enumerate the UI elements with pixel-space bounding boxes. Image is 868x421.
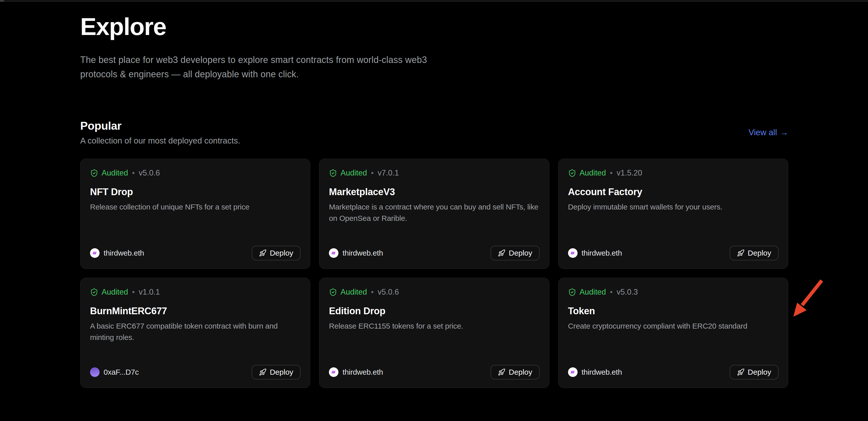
rocket-icon xyxy=(259,368,267,376)
contract-card-edition-drop[interactable]: Audited • v5.0.6 Edition Drop Release ER… xyxy=(319,278,549,388)
badge-row: Audited • v1.5.20 xyxy=(568,168,778,177)
section-title: Popular xyxy=(80,119,240,133)
deploy-button[interactable]: Deploy xyxy=(491,365,539,380)
version-label: v7.0.1 xyxy=(378,168,399,177)
deploy-button[interactable]: Deploy xyxy=(730,246,778,260)
contract-description: Release collection of unique NFTs for a … xyxy=(90,201,301,213)
audited-badge: Audited xyxy=(101,287,128,297)
publisher-avatar xyxy=(90,367,100,377)
deploy-label: Deploy xyxy=(509,249,532,257)
contract-title: Edition Drop xyxy=(329,306,539,316)
shield-check-icon xyxy=(568,288,576,297)
shield-check-icon xyxy=(90,288,98,297)
publisher-name: thirdweb.eth xyxy=(342,249,383,257)
version-label: v5.0.3 xyxy=(617,287,638,297)
explore-page: Explore The best place for web3 develope… xyxy=(0,0,868,388)
publisher-name: thirdweb.eth xyxy=(342,368,383,376)
publisher-avatar xyxy=(568,367,578,377)
section-subtitle: A collection of our most deployed contra… xyxy=(80,136,240,145)
rocket-icon xyxy=(737,249,745,257)
contract-title: BurnMintERC677 xyxy=(90,306,301,316)
top-edge-strip xyxy=(0,0,868,2)
view-all-label: View all xyxy=(749,128,777,137)
thirdweb-logo-icon xyxy=(331,369,336,375)
popular-section-header: Popular A collection of our most deploye… xyxy=(80,119,788,145)
contract-card-marketplacev3[interactable]: Audited • v7.0.1 MarketplaceV3 Marketpla… xyxy=(319,159,549,269)
page-title: Explore xyxy=(80,12,788,41)
thirdweb-logo-icon xyxy=(570,250,576,256)
publisher-name: 0xaF...D7c xyxy=(103,368,139,376)
shield-check-icon xyxy=(329,288,337,297)
deploy-label: Deploy xyxy=(748,249,771,257)
dot-separator: • xyxy=(132,288,135,297)
shield-check-icon xyxy=(90,169,98,177)
badge-row: Audited • v5.0.3 xyxy=(568,287,778,297)
rocket-icon xyxy=(498,368,505,376)
deploy-label: Deploy xyxy=(270,249,293,257)
contract-description: A basic ERC677 compatible token contract… xyxy=(90,320,301,343)
deploy-button[interactable]: Deploy xyxy=(730,365,778,380)
badge-row: Audited • v5.0.6 xyxy=(329,287,539,297)
thirdweb-logo-icon xyxy=(570,369,576,375)
view-all-link[interactable]: View all → xyxy=(749,128,788,137)
top-edge-corner xyxy=(0,0,4,2)
audited-badge: Audited xyxy=(340,168,367,177)
publisher-link[interactable]: thirdweb.eth xyxy=(90,248,144,258)
contract-card-nft-drop[interactable]: Audited • v5.0.6 NFT Drop Release collec… xyxy=(80,159,310,269)
publisher-avatar xyxy=(329,248,338,258)
popular-section-titles: Popular A collection of our most deploye… xyxy=(80,119,240,145)
contract-card-burnminterc677[interactable]: Audited • v1.0.1 BurnMintERC677 A basic … xyxy=(80,278,310,388)
version-label: v1.0.1 xyxy=(139,287,160,297)
version-label: v5.0.6 xyxy=(378,287,399,297)
dot-separator: • xyxy=(610,169,613,177)
card-footer: thirdweb.eth Deploy xyxy=(329,246,539,260)
contract-card-token[interactable]: Audited • v5.0.3 Token Create cryptocurr… xyxy=(558,278,788,388)
dot-separator: • xyxy=(371,288,374,297)
rocket-icon xyxy=(737,368,745,376)
publisher-name: thirdweb.eth xyxy=(582,249,622,257)
card-footer: thirdweb.eth Deploy xyxy=(90,246,301,260)
audited-badge: Audited xyxy=(580,287,606,297)
badge-row: Audited • v5.0.6 xyxy=(90,168,301,177)
publisher-link[interactable]: 0xaF...D7c xyxy=(90,367,139,377)
deploy-button[interactable]: Deploy xyxy=(252,246,301,260)
audited-badge: Audited xyxy=(580,168,606,177)
deploy-button[interactable]: Deploy xyxy=(491,246,539,260)
dot-separator: • xyxy=(610,288,613,297)
dot-separator: • xyxy=(371,169,374,177)
publisher-name: thirdweb.eth xyxy=(103,249,144,257)
version-label: v1.5.20 xyxy=(617,168,642,177)
contract-description: Marketplace is a contract where you can … xyxy=(329,201,539,224)
publisher-link[interactable]: thirdweb.eth xyxy=(568,367,622,377)
thirdweb-logo-icon xyxy=(92,250,98,256)
shield-check-icon xyxy=(568,169,576,177)
card-footer: thirdweb.eth Deploy xyxy=(329,365,539,380)
publisher-link[interactable]: thirdweb.eth xyxy=(329,367,383,377)
publisher-avatar xyxy=(90,248,100,258)
card-footer: thirdweb.eth Deploy xyxy=(568,246,778,260)
deploy-button[interactable]: Deploy xyxy=(252,365,301,380)
card-footer: thirdweb.eth Deploy xyxy=(568,365,778,380)
badge-row: Audited • v1.0.1 xyxy=(90,287,301,297)
contract-title: NFT Drop xyxy=(90,187,301,197)
rocket-icon xyxy=(259,249,267,257)
publisher-link[interactable]: thirdweb.eth xyxy=(329,248,383,258)
deploy-label: Deploy xyxy=(748,368,771,376)
publisher-name: thirdweb.eth xyxy=(582,368,622,376)
deploy-label: Deploy xyxy=(509,368,532,376)
audited-badge: Audited xyxy=(340,287,367,297)
rocket-icon xyxy=(498,249,505,257)
contract-title: MarketplaceV3 xyxy=(329,187,539,197)
contract-card-grid: Audited • v5.0.6 NFT Drop Release collec… xyxy=(80,159,788,388)
contract-title: Token xyxy=(568,306,778,316)
card-footer: 0xaF...D7c Deploy xyxy=(90,365,301,380)
contract-description: Create cryptocurrency compliant with ERC… xyxy=(568,320,778,332)
contract-description: Release ERC1155 tokens for a set price. xyxy=(329,320,539,332)
audited-badge: Audited xyxy=(101,168,128,177)
deploy-label: Deploy xyxy=(270,368,293,376)
publisher-link[interactable]: thirdweb.eth xyxy=(568,248,622,258)
thirdweb-logo-icon xyxy=(331,250,336,256)
publisher-avatar xyxy=(329,367,338,377)
contract-title: Account Factory xyxy=(568,187,778,197)
contract-card-account-factory[interactable]: Audited • v1.5.20 Account Factory Deploy… xyxy=(558,159,788,269)
